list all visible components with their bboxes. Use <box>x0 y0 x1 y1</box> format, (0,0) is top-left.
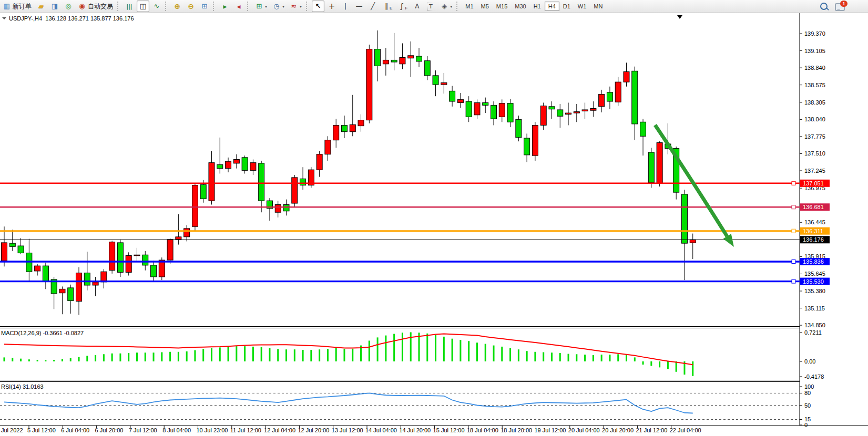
candle <box>516 119 522 137</box>
auto-scroll-button[interactable] <box>219 1 231 12</box>
candle <box>117 243 123 272</box>
autotrade-button[interactable]: 自动交易 <box>76 1 115 12</box>
macd-axis-label: 0.00 <box>804 358 815 365</box>
crosshair-button[interactable] <box>325 1 338 12</box>
macd-histogram-bar <box>452 339 453 361</box>
candle-chart-button[interactable] <box>137 1 149 12</box>
profiles-button[interactable]: ▾ <box>270 1 287 12</box>
time-label: 18 Jul 04:00 <box>467 427 498 433</box>
candle <box>167 240 173 260</box>
autotrade-icon <box>78 2 86 11</box>
text-button[interactable] <box>411 1 423 12</box>
fibonacci-button[interactable]: F <box>395 1 410 12</box>
macd-histogram-bar <box>319 349 320 361</box>
charts-button[interactable] <box>48 1 61 12</box>
new-order-label: 新订单 <box>13 2 32 11</box>
level-handle[interactable] <box>792 260 795 264</box>
chevron-down-icon[interactable]: ▾ <box>450 4 452 9</box>
search-icon[interactable] <box>820 3 828 10</box>
chart-shift-button[interactable] <box>232 1 245 12</box>
macd-histogram-bar <box>369 340 370 361</box>
candle <box>134 255 140 256</box>
level-handle[interactable] <box>792 205 795 209</box>
price-tick-label: 138.305 <box>804 99 825 106</box>
clock-icon <box>272 2 281 11</box>
candle <box>2 243 7 261</box>
toolbar-separator <box>306 2 310 11</box>
new-order-button[interactable]: 新订单 <box>1 1 34 12</box>
chart-menu-icon[interactable] <box>2 17 6 22</box>
chevron-down-icon[interactable]: ▾ <box>265 4 267 9</box>
zoom-in-button[interactable] <box>171 1 183 12</box>
macd-histogram-bar <box>626 355 627 361</box>
macd-histogram-bar <box>534 352 536 361</box>
new-chart-button[interactable]: ▾ <box>253 1 269 12</box>
trendline-button[interactable] <box>366 1 379 12</box>
vline-icon <box>341 2 350 11</box>
macd-histogram-bar <box>676 361 677 372</box>
macd-histogram-bar <box>202 349 204 361</box>
macd-histogram-bar <box>343 349 345 361</box>
price-tick-label: 138.040 <box>804 116 825 122</box>
macd-histogram-bar <box>153 352 155 361</box>
text-label-button[interactable] <box>424 1 437 12</box>
timeframe-mn[interactable]: MN <box>590 2 606 11</box>
price-tick-label: 135.645 <box>804 271 825 277</box>
timeframe-d1[interactable]: D1 <box>559 2 574 11</box>
candle <box>76 273 82 302</box>
price-tick-label: 135.380 <box>804 288 825 294</box>
tile-windows-button[interactable] <box>198 1 211 12</box>
time-label: 15 Jul 12:00 <box>433 427 465 433</box>
macd-histogram-bar <box>485 344 486 361</box>
macd-histogram-bar <box>518 349 519 361</box>
timeframe-h1[interactable]: H1 <box>530 2 545 11</box>
chat-icon[interactable]: 1 <box>835 3 845 11</box>
chevron-down-icon[interactable]: ▾ <box>300 4 302 9</box>
gold-button[interactable] <box>35 1 47 12</box>
timeframe-m5[interactable]: M5 <box>477 2 493 11</box>
level-handle[interactable] <box>792 229 795 233</box>
candle <box>209 163 215 201</box>
timeframe-w1[interactable]: W1 <box>574 2 590 11</box>
time-label: 10 Jul 23:00 <box>197 427 228 433</box>
macd-histogram-bar <box>402 333 403 361</box>
vertical-line-button[interactable] <box>339 1 352 12</box>
zoom-out-button[interactable] <box>185 1 197 12</box>
candle <box>275 204 281 212</box>
level-handle[interactable] <box>792 181 795 185</box>
macd-histogram-bar <box>194 350 196 361</box>
timeframe-h4[interactable]: H4 <box>545 2 559 11</box>
indicators-list-button[interactable]: ▾ <box>288 1 304 12</box>
macd-histogram-bar <box>650 361 652 366</box>
macd-histogram-bar <box>310 350 312 361</box>
line-chart-button[interactable] <box>150 1 163 12</box>
macd-histogram-bar <box>95 355 96 361</box>
equidistant-channel-button[interactable]: E <box>380 1 394 12</box>
timeframe-m1[interactable]: M1 <box>462 2 477 11</box>
horizontal-line-button[interactable] <box>353 1 365 12</box>
bar-chart-button[interactable] <box>123 1 136 12</box>
macd-histogram-bar <box>435 335 436 361</box>
candle <box>142 255 148 265</box>
candle <box>192 185 198 227</box>
chevron-down-icon[interactable]: ▾ <box>282 4 284 9</box>
candle <box>292 178 298 203</box>
price-level-badge-label: 136.681 <box>803 204 824 210</box>
cursor-button[interactable] <box>312 1 324 12</box>
candle <box>549 107 555 109</box>
chart-canvas[interactable]: 139.370139.105138.840138.575138.305138.0… <box>0 0 868 436</box>
level-handle[interactable] <box>792 279 795 283</box>
time-label: 21 Jul 12:00 <box>636 427 667 433</box>
candle <box>250 163 256 171</box>
timeframe-m30[interactable]: M30 <box>511 2 529 11</box>
candle <box>416 56 422 61</box>
candle <box>350 124 355 132</box>
timeframe-m15[interactable]: M15 <box>493 2 511 11</box>
macd-histogram-bar <box>418 333 420 361</box>
macd-histogram-bar <box>136 352 138 361</box>
shapes-button[interactable]: ▾ <box>438 1 454 12</box>
candle <box>9 243 15 246</box>
candle <box>557 110 563 116</box>
signal-button[interactable] <box>62 1 75 12</box>
macd-indicator-label: MACD(12,26,9) -0.3661 -0.0827 <box>1 330 84 336</box>
